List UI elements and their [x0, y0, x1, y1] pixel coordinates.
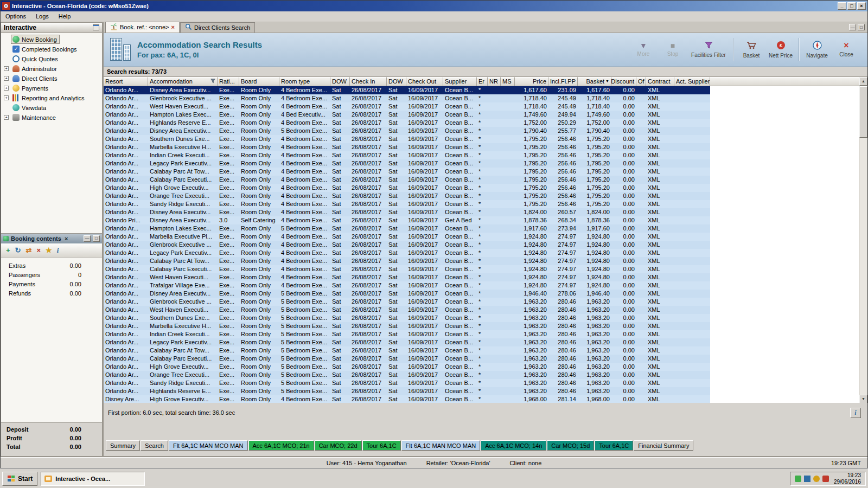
sidebar-item-new-booking[interactable]: New Booking [1, 35, 102, 44]
navigate-button[interactable]: Navigate [802, 36, 832, 63]
column-header-discount[interactable]: Discount [611, 77, 636, 86]
filter-icon[interactable] [210, 78, 215, 85]
table-row[interactable]: Orlando Ar...Disney Area Executiv...Exe.… [104, 290, 710, 298]
column-header-act-supplier[interactable]: Act. Supplier [674, 77, 710, 86]
pin-panel-icon[interactable] [93, 24, 99, 30]
sidebar-item-payments[interactable]: +Payments [1, 84, 102, 93]
booking-contents-row[interactable]: Payments0.00 [1, 280, 102, 289]
table-row[interactable]: Orlando Ar...Sandy Ridge Executi...Exe..… [104, 379, 710, 387]
column-header-supplier[interactable]: Supplier [443, 77, 477, 86]
itinerary-tab-search[interactable]: Search [141, 440, 168, 451]
tray-volume-icon[interactable] [813, 476, 820, 482]
mdi-minimize-button[interactable]: — [849, 24, 856, 30]
scroll-up-icon[interactable]: ▲ [859, 77, 867, 86]
facilities-filter-button[interactable]: Facilities Filter [687, 36, 730, 63]
booking-contents-close-icon[interactable]: × [63, 235, 69, 242]
column-header-dow[interactable]: DOW [387, 77, 406, 86]
itinerary-tab-car-mco-15d[interactable]: Car MCO; 15d [547, 440, 594, 451]
expand-icon[interactable]: + [4, 66, 9, 71]
add-icon[interactable]: + [6, 247, 10, 254]
itinerary-tab-flt-6a-1c-man-mco-man[interactable]: Flt 6A,1C MAN MCO MAN [169, 440, 248, 451]
table-row[interactable]: Orlando Ar...Calabay Parc Executi...Exe.… [104, 265, 710, 273]
table-row[interactable]: Orlando Ar...Indian Creek Executi...Exe.… [104, 151, 710, 159]
itinerary-tab-financial-summary[interactable]: Financial Summary [634, 440, 693, 451]
tab-close-icon[interactable]: × [171, 24, 175, 30]
menu-item-help[interactable]: Help [54, 12, 76, 21]
table-row[interactable]: Orlando Ar...Orange Tree Executi...Exe..… [104, 192, 710, 200]
column-header-incl-fl-pp[interactable]: Incl.Fl.PP [548, 77, 578, 86]
table-row[interactable]: Orlando Ar...West Haven Executi...Exe...… [104, 273, 710, 281]
table-row[interactable]: Orlando Ar...Disney Area Executiv...Exe.… [104, 208, 710, 216]
scroll-thumb[interactable] [859, 86, 867, 138]
table-row[interactable]: Orlando Ar...Glenbrook Executive ...Exe.… [104, 94, 710, 102]
table-row[interactable]: Orlando Pri...Disney Area Executiv...3.0… [104, 216, 710, 224]
table-row[interactable]: Orlando Ar...West Haven Executi...Exe...… [104, 102, 710, 111]
column-header-basket[interactable]: Basket▼ [578, 77, 611, 86]
table-row[interactable]: Orlando Ar...Marbella Executive Pl...Exe… [104, 233, 710, 241]
sidebar-item-reporting-and-analytics[interactable]: +Reporting and Analytics [1, 93, 102, 103]
column-header-er[interactable]: Er [477, 77, 488, 86]
info-icon[interactable]: i [57, 247, 59, 254]
column-header-price[interactable]: Price [515, 77, 548, 86]
taskbar-task-button[interactable]: Interactive - Ocea... [41, 472, 145, 486]
table-row[interactable]: Orlando Ar...Southern Dunes Exe...Exe...… [104, 135, 710, 143]
expand-icon[interactable]: + [4, 95, 9, 100]
table-row[interactable]: Disney Are...High Grove Executiv...Exe..… [104, 395, 710, 403]
table-row[interactable]: Orlando Ar...West Haven Executi...Exe...… [104, 306, 710, 314]
expand-icon[interactable]: + [4, 115, 9, 120]
table-row[interactable]: Orlando Ar...Highlands Reserve E...Exe..… [104, 387, 710, 395]
itinerary-tab-summary[interactable]: Summary [106, 440, 140, 451]
table-row[interactable]: Orlando Ar...Disney Area Executiv...Exe.… [104, 86, 710, 94]
table-row[interactable]: Orlando Ar...Legacy Park Executiv...Exe.… [104, 338, 710, 346]
maximize-button[interactable]: □ [847, 2, 856, 10]
table-row[interactable]: Orlando Ar...Disney Area Executiv...Exe.… [104, 127, 710, 135]
sidebar-item-quick-quotes[interactable]: Quick Quotes [1, 54, 102, 64]
booking-contents-row[interactable]: Passengers0 [1, 271, 102, 280]
close-button[interactable]: ×Close [832, 36, 861, 63]
expand-icon[interactable]: + [4, 86, 9, 91]
tab-direct-clients-search[interactable]: Direct Clients Search [180, 22, 255, 33]
itinerary-tab-acc-6a-1c-mco-21n[interactable]: Acc 6A,1C MCO; 21n [248, 440, 314, 451]
table-row[interactable]: Orlando Ar...Marbella Executive H...Exe.… [104, 143, 710, 151]
mdi-restore-button[interactable]: □ [858, 24, 865, 30]
sidebar-item-maintenance[interactable]: +Maintenance [1, 113, 102, 123]
sidebar-item-viewdata[interactable]: Viewdata [1, 103, 102, 113]
column-header-rati-[interactable]: Rati... [218, 77, 239, 86]
itinerary-tab-flt-6a-1c-man-mco-man[interactable]: Flt 6A,1C MAN MCO MAN [401, 440, 481, 451]
close-button[interactable]: × [857, 2, 866, 10]
promotion-icon[interactable]: ★ [46, 247, 52, 254]
table-row[interactable]: Orlando Ar...Calabay Parc At Tow...Exe..… [104, 257, 710, 265]
sidebar-item-completed-bookings[interactable]: Completed Bookings [1, 44, 102, 54]
table-row[interactable]: Orlando Ar...Calabay Parc Executi...Exe.… [104, 176, 710, 184]
table-row[interactable]: Orlando Ar...Calabay Parc At Tow...Exe..… [104, 168, 710, 176]
tray-network-icon[interactable] [795, 476, 801, 482]
column-header-ms[interactable]: MS [501, 77, 515, 86]
menu-item-logs[interactable]: Logs [31, 12, 54, 21]
table-row[interactable]: Orlando Ar...Sandy Ridge Executi...Exe..… [104, 200, 710, 208]
tray-display-icon[interactable] [804, 476, 810, 482]
itinerary-tab-tour-6a-1c[interactable]: Tour 6A,1C [595, 440, 633, 451]
table-row[interactable]: Orlando Ar...Southern Dunes Exe...Exe...… [104, 314, 710, 322]
expand-icon[interactable]: + [4, 76, 9, 81]
table-row[interactable]: Orlando Ar...Glenbrook Executive ...Exe.… [104, 298, 710, 306]
column-header-nr[interactable]: NR [488, 77, 501, 86]
itinerary-tab-car-mco-22d[interactable]: Car MCO; 22d [315, 440, 362, 451]
itinerary-tab-acc-6a-1c-mco-14n[interactable]: Acc 6A,1C MCO; 14n [481, 440, 546, 451]
table-row[interactable]: Orlando Ar...Trafalgar Village Exe...Exe… [104, 281, 710, 290]
tab-book-ref-none-[interactable]: Book. ref.: <none>× [105, 22, 180, 33]
booking-contents-maximize-button[interactable]: □ [93, 235, 100, 242]
table-row[interactable]: Orlando Ar...Calabay Parc Executi...Exe.… [104, 355, 710, 363]
column-header-check-in[interactable]: Check In [350, 77, 387, 86]
column-header-accommodation[interactable]: Accommodation [148, 77, 218, 86]
booking-contents-row[interactable]: Refunds0.00 [1, 289, 102, 298]
vertical-scrollbar[interactable]: ▲ ▼ [859, 77, 867, 403]
column-header-resort[interactable]: Resort [104, 77, 148, 86]
column-header-contract[interactable]: Contract [646, 77, 674, 86]
table-row[interactable]: Orlando Ar...Marbella Executive H...Exe.… [104, 322, 710, 330]
info-button[interactable]: i [850, 408, 861, 418]
booking-contents-minimize-button[interactable]: — [84, 235, 91, 242]
nett-price-button[interactable]: £Nett Price [766, 36, 795, 63]
basket-button[interactable]: Basket [737, 36, 766, 63]
refresh-icon[interactable]: ↻ [15, 247, 21, 254]
table-row[interactable]: Orlando Ar...Legacy Park Executiv...Exe.… [104, 249, 710, 257]
